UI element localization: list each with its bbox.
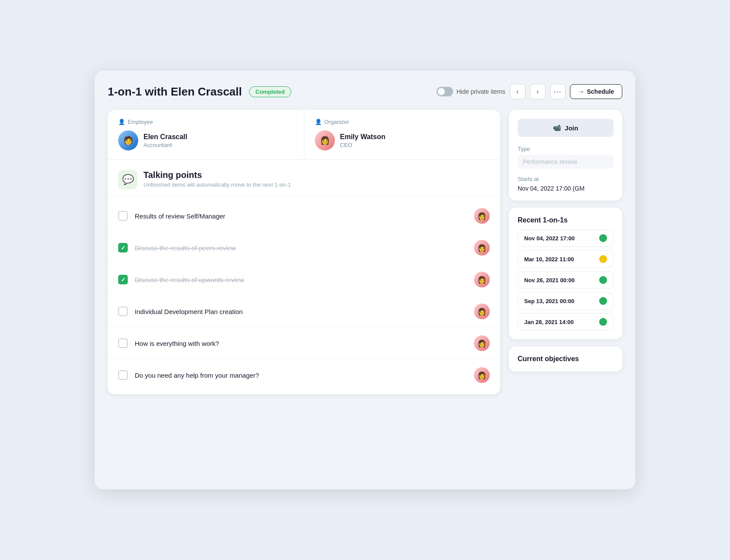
agenda-item-6: Do you need any help from your manager? … [108, 359, 500, 391]
talking-points-header: 💬 Talking points Unfinished items will a… [108, 160, 500, 197]
recent-status-5 [599, 318, 607, 326]
left-panel: 👤 Employee 🧑 Elen Crascall Accountant [108, 110, 500, 394]
employee-title: Accountant [143, 142, 188, 148]
starts-value: Nov 04, 2022 17:00 (GM [518, 185, 614, 192]
arrow-right-icon: → [578, 88, 584, 95]
organizer-name: Emily Watson [340, 133, 385, 141]
agenda-avatar-6: 👩 [474, 367, 490, 383]
video-icon: 📹 [553, 124, 561, 132]
hide-private-toggle-container: Hide private items [437, 87, 505, 96]
type-label: Type [518, 146, 614, 152]
agenda-avatar-5: 👩 [474, 335, 490, 351]
meeting-info-card: 📹 Join Type Performance review Starts at… [509, 110, 622, 201]
checkbox-6[interactable] [118, 370, 128, 380]
starts-label: Starts at [518, 176, 614, 182]
employee-role: 👤 Employee [118, 119, 293, 125]
checkbox-1[interactable] [118, 211, 128, 221]
recent-1on1s-title: Recent 1-on-1s [518, 216, 614, 224]
header: 1-on-1 with Elen Crascall Completed Hide… [108, 84, 622, 99]
header-controls: Hide private items ‹ › ··· → Schedule [437, 84, 622, 99]
recent-date-4: Sep 13, 2021 00:00 [524, 298, 574, 304]
status-badge: Completed [249, 86, 291, 97]
organizer-title: CEO [340, 142, 385, 148]
agenda-text-4: Individual Development Plan creation [135, 308, 467, 315]
agenda-text-6: Do you need any help from your manager? [135, 372, 467, 379]
type-value: Performance review [518, 155, 614, 169]
talking-points-subtitle: Unfinished items will automatically move… [143, 181, 291, 188]
recent-date-3: Nov 26, 2021 00:00 [524, 277, 575, 283]
agenda-text-1: Results of review Self/Manager [135, 212, 467, 220]
agenda-avatar-4: 👩 [474, 304, 490, 319]
right-panel: 📹 Join Type Performance review Starts at… [509, 110, 622, 394]
checkbox-3[interactable] [118, 275, 128, 284]
current-objectives-title: Current objectives [518, 355, 614, 363]
agenda-avatar-1: 👩 [474, 208, 490, 224]
more-options-button[interactable]: ··· [550, 84, 566, 99]
agenda-item-2: Discuss the results of peers review 👩 [108, 232, 500, 264]
recent-item-2[interactable]: Mar 10, 2022 11:00 [518, 250, 614, 268]
current-objectives-card: Current objectives [509, 346, 622, 372]
recent-status-3 [599, 276, 607, 284]
agenda-item-5: How is everything with work? 👩 [108, 328, 500, 359]
organizer-info: 👩 Emily Watson CEO [315, 130, 490, 150]
organizer-section: 👤 Organizer 👩 Emily Watson CEO [304, 110, 501, 159]
agenda-item-1: Results of review Self/Manager 👩 [108, 200, 500, 232]
recent-item-5[interactable]: Jan 28, 2021 14:00 [518, 313, 614, 331]
agenda-item-4: Individual Development Plan creation 👩 [108, 296, 500, 328]
checkbox-4[interactable] [118, 307, 128, 316]
organizer-avatar: 👩 [315, 130, 335, 150]
employee-section: 👤 Employee 🧑 Elen Crascall Accountant [108, 110, 304, 159]
talking-points-icon: 💬 [118, 170, 137, 189]
recent-status-1 [599, 234, 607, 242]
talking-points-text: Talking points Unfinished items will aut… [143, 170, 291, 188]
recent-status-4 [599, 297, 607, 305]
employee-avatar: 🧑 [118, 130, 138, 150]
agenda-item-3: Discuss the results of upwards review 👩 [108, 264, 500, 296]
recent-1on1s-card: Recent 1-on-1s Nov 04, 2022 17:00 Mar 10… [509, 208, 622, 339]
schedule-button[interactable]: → Schedule [570, 84, 622, 99]
checkbox-5[interactable] [118, 338, 128, 348]
employee-info: 🧑 Elen Crascall Accountant [118, 130, 293, 150]
agenda-items-list: Results of review Self/Manager 👩 Discuss… [108, 197, 500, 394]
participants-section: 👤 Employee 🧑 Elen Crascall Accountant [108, 110, 500, 160]
agenda-avatar-3: 👩 [474, 272, 490, 287]
recent-status-2 [599, 255, 607, 263]
employee-details: Elen Crascall Accountant [143, 133, 188, 148]
app-window: 1-on-1 with Elen Crascall Completed Hide… [95, 71, 635, 489]
organizer-role: 👤 Organizer [315, 119, 490, 125]
employee-name: Elen Crascall [143, 133, 188, 141]
agenda-text-2: Discuss the results of peers review [135, 244, 467, 252]
main-layout: 👤 Employee 🧑 Elen Crascall Accountant [108, 110, 622, 394]
checkbox-2[interactable] [118, 243, 128, 253]
hide-private-label: Hide private items [457, 88, 505, 95]
agenda-avatar-2: 👩 [474, 240, 490, 256]
person-icon: 👤 [118, 119, 125, 125]
organizer-details: Emily Watson CEO [340, 133, 385, 148]
agenda-text-5: How is everything with work? [135, 340, 467, 347]
recent-item-4[interactable]: Sep 13, 2021 00:00 [518, 292, 614, 310]
recent-date-5: Jan 28, 2021 14:00 [524, 319, 573, 325]
prev-button[interactable]: ‹ [510, 84, 525, 99]
hide-private-toggle[interactable] [437, 87, 453, 96]
page-title: 1-on-1 with Elen Crascall [108, 85, 242, 99]
talking-points-title: Talking points [143, 170, 291, 180]
recent-date-2: Mar 10, 2022 11:00 [524, 256, 574, 263]
agenda-text-3: Discuss the results of upwards review [135, 276, 467, 283]
join-button[interactable]: 📹 Join [518, 119, 614, 137]
recent-date-1: Nov 04, 2022 17:00 [524, 235, 575, 242]
next-button[interactable]: › [530, 84, 546, 99]
person-icon-organizer: 👤 [315, 119, 322, 125]
recent-item-1[interactable]: Nov 04, 2022 17:00 [518, 229, 614, 247]
recent-item-3[interactable]: Nov 26, 2021 00:00 [518, 271, 614, 289]
